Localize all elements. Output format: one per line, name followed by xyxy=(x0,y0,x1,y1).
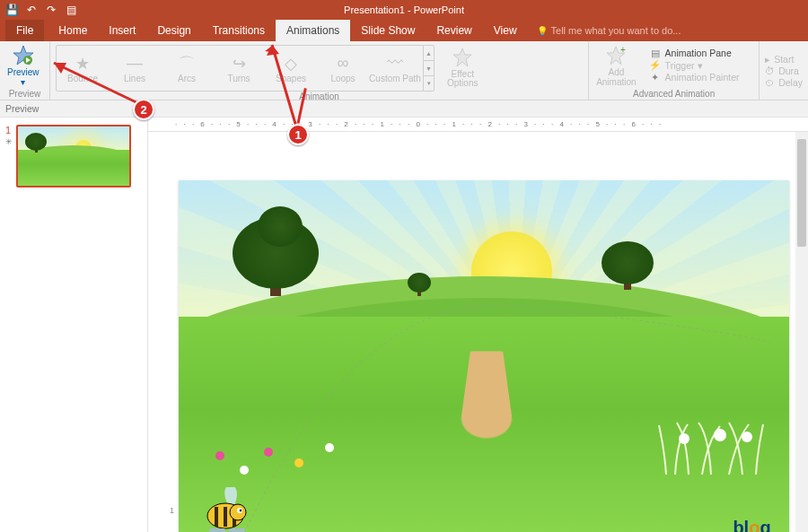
shapes-icon: ◇ xyxy=(285,54,297,74)
redo-icon[interactable]: ↷ xyxy=(45,4,57,16)
tab-view[interactable]: View xyxy=(483,20,528,41)
motion-path-hint xyxy=(179,180,789,532)
workspace: 1 ✳ · · · 6 · · · 5 · · · 4 · · · 3 · · … xyxy=(0,118,808,532)
effect-arcs-label: Arcs xyxy=(178,74,196,83)
effect-custom-path[interactable]: 〰Custom Path xyxy=(369,47,421,90)
animation-indicator-icon[interactable]: ✳ xyxy=(5,137,13,146)
group-preview-label: Preview xyxy=(0,89,49,100)
turns-icon: ↪ xyxy=(233,54,246,74)
timing-start-label: Start xyxy=(774,54,794,65)
group-advanced-animation: + Add Animation ▤Animation Pane ⚡Trigger… xyxy=(589,41,760,100)
timing-duration-label: Dura xyxy=(778,65,799,76)
preview-button[interactable]: Preview▾ xyxy=(0,41,47,89)
effect-lines[interactable]: —Lines xyxy=(109,47,161,90)
effect-options-button[interactable]: Effect Options xyxy=(440,41,485,92)
save-icon[interactable]: 💾 xyxy=(5,4,18,16)
trigger-label: Trigger xyxy=(665,60,695,71)
preview-star-icon xyxy=(13,43,34,68)
animation-gallery[interactable]: ★Bounce —Lines ⌒Arcs ↪Turns ◇Shapes ∞Loo… xyxy=(56,45,435,92)
gallery-up-icon[interactable]: ▲ xyxy=(424,46,434,61)
horizontal-ruler: · · · 6 · · · 5 · · · 4 · · · 3 · · · 2 … xyxy=(148,118,808,132)
ribbon: Preview▾ Preview ★Bounce —Lines ⌒Arcs ↪T… xyxy=(0,41,808,100)
custom-path-icon: 〰 xyxy=(387,54,403,74)
effect-arcs[interactable]: ⌒Arcs xyxy=(161,47,213,90)
slide-thumbnail-pane: 1 ✳ xyxy=(0,118,148,532)
tab-design[interactable]: Design xyxy=(146,20,201,41)
timing-start[interactable]: ▸ Start xyxy=(765,54,803,65)
tab-insert[interactable]: Insert xyxy=(98,20,146,41)
thumbnail-index: 1 xyxy=(5,125,13,135)
animation-pane-label: Animation Pane xyxy=(665,48,732,58)
animation-painter-label: Animation Painter xyxy=(665,72,740,83)
ribbon-tab-bar: File Home Insert Design Transitions Anim… xyxy=(0,20,808,41)
slide-thumbnail-1[interactable] xyxy=(16,125,131,188)
loops-icon: ∞ xyxy=(338,54,349,74)
thumbnail-meta: 1 ✳ xyxy=(5,125,13,188)
arcs-icon: ⌒ xyxy=(179,54,195,74)
effect-custom-path-label: Custom Path xyxy=(369,74,421,83)
tab-slideshow[interactable]: Slide Show xyxy=(350,20,426,41)
tab-review[interactable]: Review xyxy=(426,20,482,41)
group-advanced-animation-label: Advanced Animation xyxy=(589,89,759,100)
animation-pane-button[interactable]: ▤Animation Pane xyxy=(649,48,740,58)
timing-delay-label: Delay xyxy=(778,77,803,88)
window-title: Presentation1 - PowerPoint xyxy=(344,4,464,15)
effect-shapes-label: Shapes xyxy=(276,74,306,83)
svg-text:+: + xyxy=(620,46,626,55)
timing-delay[interactable]: ⏲ Delay xyxy=(765,77,803,88)
effect-loops-label: Loops xyxy=(330,74,355,83)
painter-icon: ✦ xyxy=(649,72,662,83)
animation-pane-icon: ▤ xyxy=(649,48,662,58)
thumbnail-row: 1 ✳ xyxy=(5,125,142,188)
timing-list: ▸ Start ⏱ Dura ⏲ Delay xyxy=(760,41,808,100)
slide-canvas[interactable]: blog congdong .com xyxy=(179,180,789,532)
advanced-animation-list: ▤Animation Pane ⚡Trigger ▾ ✦Animation Pa… xyxy=(644,41,745,89)
effect-loops[interactable]: ∞Loops xyxy=(317,47,369,90)
add-animation-icon: + xyxy=(606,43,626,68)
animation-painter-button[interactable]: ✦Animation Painter xyxy=(649,72,740,83)
group-animation-label: Animation xyxy=(50,92,588,103)
wm-g: g xyxy=(760,518,770,532)
gallery-more-icon[interactable]: ▾ xyxy=(424,76,434,91)
tab-file[interactable]: File xyxy=(5,20,44,41)
effect-bounce[interactable]: ★Bounce xyxy=(57,47,109,90)
effect-options-icon xyxy=(452,45,472,70)
tab-transitions[interactable]: Transitions xyxy=(202,20,276,41)
start-from-beginning-icon[interactable]: ▤ xyxy=(65,4,77,16)
gallery-down-icon[interactable]: ▼ xyxy=(424,61,434,76)
tell-me-placeholder: Tell me what you want to do... xyxy=(551,25,681,36)
add-animation-button[interactable]: + Add Animation xyxy=(589,41,643,89)
lightbulb-icon: 💡 xyxy=(537,26,548,36)
watermark: blog congdong .com xyxy=(733,518,786,532)
tab-home[interactable]: Home xyxy=(48,20,98,41)
slide-edit-area: · · · 6 · · · 5 · · · 4 · · · 3 · · · 2 … xyxy=(148,118,808,532)
effect-lines-label: Lines xyxy=(124,74,145,83)
group-preview: Preview▾ Preview xyxy=(0,41,50,100)
effect-options-label: Effect Options xyxy=(447,70,478,89)
svg-marker-3 xyxy=(453,48,471,66)
undo-icon[interactable]: ↶ xyxy=(25,4,38,16)
tab-animations[interactable]: Animations xyxy=(276,20,350,41)
canvas-wrap: 1 xyxy=(179,180,808,532)
effect-turns-label: Turns xyxy=(227,74,250,83)
group-animation: ★Bounce —Lines ⌒Arcs ↪Turns ◇Shapes ∞Loo… xyxy=(50,41,589,100)
vertical-ruler xyxy=(161,132,175,532)
tell-me-search[interactable]: 💡 Tell me what you want to do... xyxy=(537,25,681,36)
bounce-icon: ★ xyxy=(75,54,90,74)
wm-o: o xyxy=(749,518,760,532)
trigger-button[interactable]: ⚡Trigger ▾ xyxy=(649,59,740,71)
add-animation-label: Add Animation xyxy=(596,68,636,87)
lines-icon: — xyxy=(127,54,143,74)
gallery-scroll[interactable]: ▲ ▼ ▾ xyxy=(423,46,434,91)
effect-bounce-label: Bounce xyxy=(67,74,98,83)
preview-label: Preview▾ xyxy=(7,68,40,87)
quick-access-toolbar: 💾 ↶ ↷ ▤ xyxy=(0,4,77,16)
group-timing: ▸ Start ⏱ Dura ⏲ Delay xyxy=(760,41,808,100)
effect-shapes[interactable]: ◇Shapes xyxy=(265,47,317,90)
page-number-gutter: 1 xyxy=(165,506,176,515)
timing-duration[interactable]: ⏱ Dura xyxy=(765,65,803,76)
title-bar: 💾 ↶ ↷ ▤ Presentation1 - PowerPoint xyxy=(0,0,808,20)
trigger-icon: ⚡ xyxy=(649,59,662,71)
effect-turns[interactable]: ↪Turns xyxy=(213,47,265,90)
wm-b: b xyxy=(733,518,743,532)
